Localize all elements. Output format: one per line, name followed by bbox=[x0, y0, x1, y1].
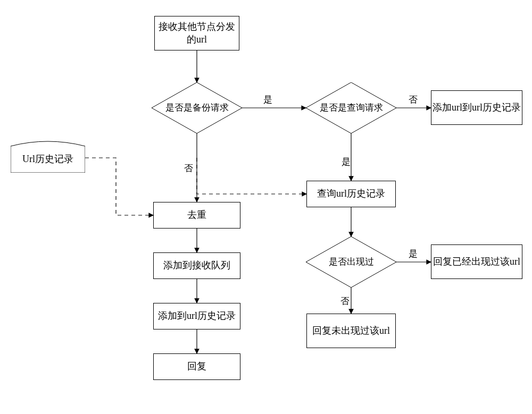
label-no-1: 否 bbox=[409, 94, 418, 106]
flow-connectors bbox=[0, 0, 532, 414]
node-dedup: 去重 bbox=[153, 202, 240, 229]
node-add-url-history: 添加到url历史记录 bbox=[153, 303, 240, 329]
node-appeared: 是否出现过 bbox=[306, 236, 396, 288]
node-add-history: 添加url到url历史记录 bbox=[431, 90, 522, 125]
node-add-history-label: 添加url到url历史记录 bbox=[433, 102, 521, 114]
node-reply-not-appeared-label: 回复未出现过该url bbox=[312, 325, 390, 337]
label-no-2: 否 bbox=[184, 162, 193, 174]
node-dedup-label: 去重 bbox=[187, 209, 206, 221]
node-is-backup-label: 是否是备份请求 bbox=[155, 102, 239, 113]
label-no-3: 否 bbox=[340, 295, 350, 307]
node-url-history: Url历史记录 bbox=[11, 141, 85, 173]
node-receive: 接收其他节点分发的url bbox=[154, 16, 239, 50]
node-is-backup: 是否是备份请求 bbox=[152, 82, 242, 133]
node-reply-appeared: 回复已经出现过该url bbox=[431, 244, 522, 279]
node-is-query-label: 是否是查询请求 bbox=[309, 102, 394, 113]
node-is-query: 是否是查询请求 bbox=[306, 82, 396, 133]
node-reply-appeared-label: 回复已经出现过该url bbox=[433, 256, 520, 268]
label-yes-1: 是 bbox=[263, 94, 272, 106]
node-reply-not-appeared: 回复未出现过该url bbox=[306, 314, 396, 348]
node-url-history-label: Url历史记录 bbox=[22, 148, 73, 165]
node-query-history-label: 查询url历史记录 bbox=[317, 188, 385, 200]
node-receive-label: 接收其他节点分发的url bbox=[155, 21, 239, 46]
node-add-queue-label: 添加到接收队列 bbox=[163, 259, 230, 272]
node-appeared-label: 是否出现过 bbox=[318, 256, 385, 267]
label-yes-2: 是 bbox=[342, 156, 351, 168]
node-reply-label: 回复 bbox=[187, 360, 206, 373]
node-query-history: 查询url历史记录 bbox=[306, 181, 396, 207]
label-yes-3: 是 bbox=[409, 248, 418, 260]
node-reply: 回复 bbox=[153, 353, 240, 380]
node-add-queue: 添加到接收队列 bbox=[153, 252, 240, 279]
node-add-url-history-label: 添加到url历史记录 bbox=[158, 310, 236, 322]
